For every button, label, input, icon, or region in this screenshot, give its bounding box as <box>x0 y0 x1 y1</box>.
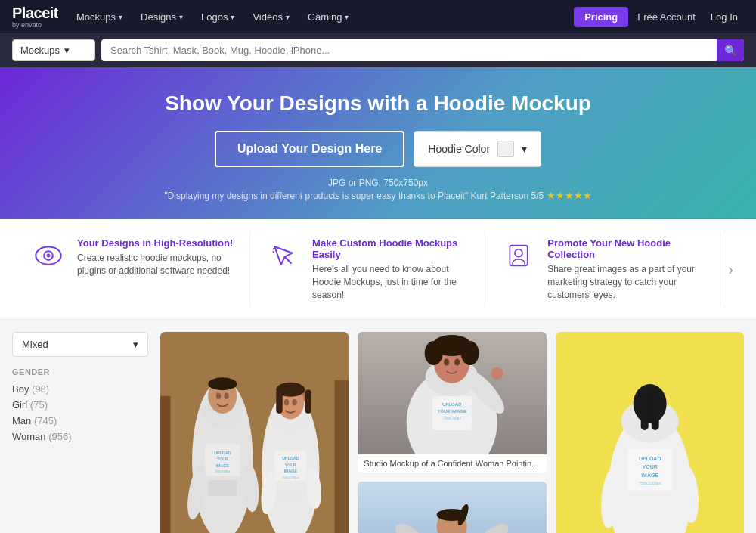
hero-review: "Displaying my designs in different prod… <box>15 190 741 201</box>
svg-text:UPLOAD: UPLOAD <box>282 457 299 461</box>
filter-woman[interactable]: Woman (956) <box>12 429 148 445</box>
mockup-item-woman-confident[interactable]: UPLOAD YOUR IMAGE 750x750px Studio Mocku… <box>358 332 546 473</box>
hero-controls: Upload Your Design Here Hoodie Color ▾ <box>15 131 741 167</box>
feature-high-res: Your Designs in High-Resolution! Create … <box>15 231 250 307</box>
svg-rect-43 <box>277 488 304 503</box>
svg-text:YOUR: YOUR <box>285 463 296 467</box>
chevron-down-icon: ▾ <box>64 45 70 56</box>
gender-filter-section: Gender Boy (98) Girl (75) Man (745) Woma… <box>12 367 148 445</box>
filter-dropdown[interactable]: Mixed ▾ <box>12 332 148 357</box>
svg-point-17 <box>208 378 237 391</box>
svg-text:750x750px: 750x750px <box>443 416 462 420</box>
svg-text:YOUR IMAGE: YOUR IMAGE <box>438 409 467 414</box>
nav-mockups[interactable]: Mockups ▾ <box>69 0 130 33</box>
filter-man[interactable]: Man (745) <box>12 413 148 429</box>
mockup-grid: UPLOAD YOUR IMAGE 750x750px <box>160 332 744 533</box>
svg-rect-69 <box>651 392 658 430</box>
chevron-down-icon: ▾ <box>133 339 138 350</box>
mockup-item-couple[interactable]: UPLOAD YOUR IMAGE 750x750px <box>160 332 349 533</box>
filter-boy[interactable]: Boy (98) <box>12 381 148 397</box>
svg-text:750x1200px: 750x1200px <box>282 476 300 479</box>
mockup-item-woman-outdoor[interactable]: UPLOAD YOUR IMAGE 750x1200px <box>358 482 546 533</box>
svg-point-57 <box>491 367 503 380</box>
svg-text:YOUR: YOUR <box>642 464 657 469</box>
svg-point-37 <box>292 399 296 405</box>
feature-text-high-res: Your Designs in High-Resolution! Create … <box>77 237 234 277</box>
svg-rect-13 <box>335 380 349 533</box>
search-button[interactable]: 🔍 <box>717 39 744 61</box>
feature-text-promote: Promote Your New Hoodie Collection Share… <box>547 237 705 301</box>
svg-point-67 <box>633 384 666 423</box>
filter-girl[interactable]: Girl (75) <box>12 397 148 413</box>
upload-design-button[interactable]: Upload Your Design Here <box>215 131 404 167</box>
svg-text:UPLOAD: UPLOAD <box>639 456 662 461</box>
svg-text:IMAGE: IMAGE <box>641 473 658 478</box>
nav-designs[interactable]: Designs ▾ <box>133 0 191 33</box>
logo-sub: by envato <box>12 22 58 29</box>
chevron-down-icon: ▾ <box>231 13 234 21</box>
chevron-down-icon: ▾ <box>522 143 527 155</box>
feature-promote: Promote Your New Hoodie Collection Share… <box>485 231 720 307</box>
chevron-down-icon: ▾ <box>179 13 183 21</box>
search-bar: Mockups ▾ 🔍 <box>0 33 756 67</box>
chevron-down-icon: ▾ <box>345 13 349 21</box>
svg-point-55 <box>461 341 479 365</box>
svg-text:750x750px: 750x750px <box>215 470 231 474</box>
features-bar: Your Designs in High-Resolution! Create … <box>0 219 756 320</box>
nav-logos[interactable]: Logos ▾ <box>194 0 242 33</box>
svg-rect-68 <box>640 392 648 430</box>
feature-text-easy: Make Custom Hoodie Mockups Easily Here's… <box>312 237 469 301</box>
hero-hint: JPG or PNG, 750x750px <box>15 178 741 188</box>
svg-text:750x1200px: 750x1200px <box>638 481 661 485</box>
svg-text:UPLOAD: UPLOAD <box>214 451 231 455</box>
color-swatch <box>497 141 514 157</box>
svg-rect-34 <box>276 390 282 414</box>
mockup-item-title-woman-confident: Studio Mockup of a Confident Woman Point… <box>358 454 546 473</box>
hero-title: Show Your Designs with a Hoodie Mockup <box>15 91 741 116</box>
search-input-wrap: 🔍 <box>101 39 744 61</box>
svg-point-36 <box>284 399 289 405</box>
mockup-item-yellow[interactable]: UPLOAD YOUR IMAGE 750x1200px <box>556 332 744 533</box>
svg-rect-35 <box>305 390 311 414</box>
free-account-link[interactable]: Free Account <box>631 11 702 23</box>
sidebar: Mixed ▾ Gender Boy (98) Girl (75) Man (7… <box>12 332 148 533</box>
login-link[interactable]: Log In <box>705 11 744 23</box>
hoodie-color-label: Hoodie Color <box>428 143 490 155</box>
hoodie-color-button[interactable]: Hoodie Color ▾ <box>414 131 541 167</box>
svg-point-5 <box>515 249 522 257</box>
search-input[interactable] <box>101 39 744 61</box>
cursor-icon <box>265 237 302 274</box>
chevron-down-icon: ▾ <box>119 13 122 21</box>
svg-point-19 <box>224 393 228 399</box>
nav-gaming[interactable]: Gaming ▾ <box>300 0 357 33</box>
svg-text:IMAGE: IMAGE <box>216 463 230 468</box>
hero-section: Show Your Designs with a Hoodie Mockup U… <box>0 67 756 219</box>
features-next-button[interactable]: › <box>720 231 741 307</box>
nav-videos[interactable]: Videos ▾ <box>245 0 297 33</box>
svg-text:IMAGE: IMAGE <box>284 469 298 474</box>
main-content: Mixed ▾ Gender Boy (98) Girl (75) Man (7… <box>0 320 756 533</box>
star-rating: ★★★★★ <box>547 190 592 201</box>
svg-point-63 <box>454 359 460 366</box>
svg-point-18 <box>216 393 221 399</box>
navbar: Placeit by envato Mockups ▾ Designs ▾ Lo… <box>0 0 756 33</box>
gender-label: Gender <box>12 367 148 377</box>
person-share-icon <box>500 237 537 274</box>
pricing-button[interactable]: Pricing <box>574 7 628 27</box>
svg-rect-12 <box>160 396 170 533</box>
svg-rect-20 <box>208 480 237 496</box>
svg-point-54 <box>425 341 443 365</box>
logo[interactable]: Placeit by envato <box>12 5 58 29</box>
svg-text:YOUR: YOUR <box>217 457 228 462</box>
chevron-down-icon: ▾ <box>286 13 290 21</box>
svg-text:UPLOAD: UPLOAD <box>442 402 462 407</box>
logo-text: Placeit <box>12 5 58 21</box>
feature-easy: Make Custom Hoodie Mockups Easily Here's… <box>250 231 485 307</box>
svg-point-2 <box>47 254 51 258</box>
svg-point-62 <box>444 359 449 366</box>
svg-point-3 <box>276 246 278 249</box>
search-category-dropdown[interactable]: Mockups ▾ <box>12 39 95 61</box>
eye-icon <box>30 237 67 274</box>
